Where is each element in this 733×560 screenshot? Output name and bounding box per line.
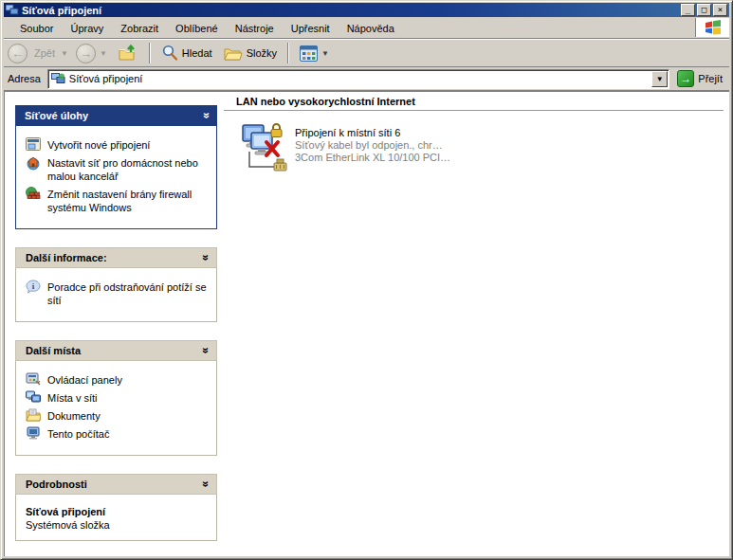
views-dropdown[interactable]: ▼ xyxy=(321,49,329,58)
chevron-up-icon[interactable]: « xyxy=(199,481,212,488)
panel-header-other-places[interactable]: Další místa « xyxy=(15,340,217,361)
task-create-connection[interactable]: Vytvořit nové připojení xyxy=(26,138,209,152)
panel-body-network-tasks: Vytvořit nové připojení Nastavit síť pro… xyxy=(15,126,217,229)
toolbar-separator xyxy=(149,43,151,63)
task-pane: Síťové úlohy « Vytvořit nové připojení xyxy=(15,105,217,559)
link-my-computer[interactable]: Tento počítač xyxy=(26,427,209,441)
folders-button[interactable]: Složky xyxy=(220,44,281,63)
forward-dropdown[interactable]: ▼ xyxy=(100,49,107,58)
chevron-up-icon[interactable]: « xyxy=(199,348,212,354)
windows-logo xyxy=(695,18,729,37)
panel-body-other-places: Ovládací panely Místa v síti xyxy=(15,361,217,456)
views-icon xyxy=(300,45,318,62)
link-control-panel[interactable]: Ovládací panely xyxy=(26,373,209,387)
address-dropdown-button[interactable]: ▼ xyxy=(651,71,668,87)
address-value: Síťová připojení xyxy=(69,73,651,84)
chevron-up-icon[interactable]: « xyxy=(199,255,212,262)
link-label: Místa v síti xyxy=(47,391,98,405)
task-change-firewall[interactable]: Změnit nastavení brány firewall systému … xyxy=(26,188,209,214)
chevron-up-icon[interactable]: « xyxy=(200,113,213,119)
window-title: Síťová připojení xyxy=(22,5,681,16)
search-button[interactable]: Hledat xyxy=(157,43,216,63)
network-connections-icon xyxy=(6,5,19,16)
task-label: Nastavit síť pro domácnost nebo malou ka… xyxy=(47,156,209,183)
windows-flag-icon xyxy=(705,20,722,35)
maximize-button[interactable]: □ xyxy=(697,4,711,16)
menu-zobrazit[interactable]: Zobrazit xyxy=(112,20,167,37)
connection-device: 3Com EtherLink XL 10/100 PCI… xyxy=(295,152,450,164)
search-icon xyxy=(161,45,178,62)
back-button[interactable]: ← xyxy=(8,44,27,63)
address-location-icon xyxy=(51,73,65,85)
folders-icon xyxy=(224,45,243,62)
firewall-icon xyxy=(26,187,41,201)
close-button[interactable]: × xyxy=(713,4,727,16)
panel-body-details: Síťová připojení Systémová složka xyxy=(15,495,217,541)
menu-napoveda[interactable]: Nápověda xyxy=(339,20,403,37)
go-button[interactable]: → Přejít xyxy=(674,69,725,88)
panel-header-details[interactable]: Podrobnosti « xyxy=(15,474,217,495)
panel-header-network-tasks[interactable]: Síťové úlohy « xyxy=(15,105,217,126)
folders-label: Složky xyxy=(247,47,277,59)
menu-nastroje[interactable]: Nástroje xyxy=(227,20,283,37)
group-title-lan: LAN nebo vysokorychlostní Internet xyxy=(236,96,415,107)
info-icon: i xyxy=(26,280,41,294)
panel-title: Další místa xyxy=(26,345,81,356)
go-label: Přejít xyxy=(698,73,723,84)
panel-title: Další informace: xyxy=(26,252,107,263)
address-bar: Adresa Síťová připojení ▼ → Přejít xyxy=(4,67,729,91)
back-label: Zpět xyxy=(34,47,55,59)
task-label: Vytvořit nové připojení xyxy=(47,138,150,152)
panel-title: Podrobnosti xyxy=(26,479,87,490)
control-panel-icon xyxy=(26,372,41,386)
new-connection-icon xyxy=(26,137,41,151)
panel-network-tasks: Síťové úlohy « Vytvořit nové připojení xyxy=(15,105,217,229)
link-network-places[interactable]: Místa v síti xyxy=(26,391,209,405)
panel-details: Podrobnosti « Síťová připojení Systémová… xyxy=(15,474,217,541)
panel-header-see-also[interactable]: Další informace: « xyxy=(15,247,217,268)
back-dropdown[interactable]: ▼ xyxy=(61,49,68,58)
menu-upresnit[interactable]: Upřesnit xyxy=(283,20,339,37)
go-arrow-icon: → xyxy=(677,70,694,87)
panel-other-places: Další místa « Ovládací panely xyxy=(15,340,217,456)
panel-body-see-also: i Poradce při odstraňování potíží se sít… xyxy=(15,268,217,322)
network-places-icon xyxy=(26,390,41,404)
up-button[interactable] xyxy=(115,42,142,64)
menu-soubor[interactable]: Soubor xyxy=(11,20,62,37)
documents-folder-icon xyxy=(26,408,41,422)
panel-title: Síťové úlohy xyxy=(25,110,88,121)
folder-up-icon xyxy=(119,44,138,63)
my-computer-icon xyxy=(26,426,41,440)
address-input[interactable]: Síťová připojení ▼ xyxy=(47,69,669,89)
home-network-icon xyxy=(26,155,41,171)
details-folder-type: Systémová složka xyxy=(26,519,209,531)
menu-bar: Soubor Úpravy Zobrazit Oblíbené Nástroje… xyxy=(4,18,729,39)
forward-button[interactable]: → xyxy=(76,44,96,63)
search-label: Hledat xyxy=(182,47,212,59)
menu-oblibene[interactable]: Oblíbené xyxy=(167,20,227,37)
address-label: Adresa xyxy=(8,73,43,84)
link-label: Ovládací panely xyxy=(47,373,122,387)
connection-name: Připojení k místní síti 6 xyxy=(295,127,450,139)
title-bar[interactable]: Síťová připojení _ □ × xyxy=(4,3,729,17)
group-rule xyxy=(224,110,724,111)
toolbar-separator xyxy=(287,43,289,63)
link-documents[interactable]: Dokumenty xyxy=(26,409,209,423)
task-setup-home-network[interactable]: Nastavit síť pro domácnost nebo malou ka… xyxy=(26,156,209,183)
link-label: Tento počítač xyxy=(47,427,109,441)
views-button[interactable]: ▼ xyxy=(296,44,337,63)
minimize-button[interactable]: _ xyxy=(681,4,695,16)
link-label: Dokumenty xyxy=(47,409,101,423)
task-label: Poradce při odstraňování potíží se sítí xyxy=(47,280,209,307)
panel-see-also: Další informace: « i Poradce při odstraň… xyxy=(15,247,217,322)
menu-upravy[interactable]: Úpravy xyxy=(62,20,112,37)
toolbar: ← Zpět ▼ → ▼ Hledat Složky xyxy=(4,40,729,67)
task-troubleshooter[interactable]: i Poradce při odstraňování potíží se sít… xyxy=(26,280,209,307)
connection-item[interactable]: Připojení k místní síti 6 Síťový kabel b… xyxy=(242,123,450,174)
task-label: Změnit nastavení brány firewall systému … xyxy=(47,188,209,214)
explorer-window: Síťová připojení _ □ × Soubor Úpravy Zob… xyxy=(0,0,733,560)
details-folder-name: Síťová připojení xyxy=(26,506,209,517)
lan-connection-disconnected-icon xyxy=(242,123,287,174)
connection-status: Síťový kabel byl odpojen., chr… xyxy=(295,139,450,152)
content-area: Síťové úlohy « Vytvořit nové připojení xyxy=(4,91,729,556)
